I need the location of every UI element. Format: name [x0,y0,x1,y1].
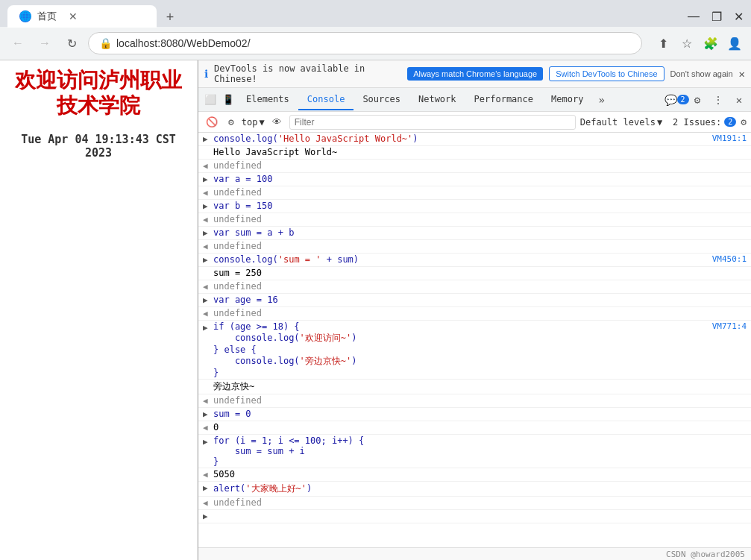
console-row: Hello JavaScript World~ [198,146,751,160]
expand-arrow-icon[interactable]: ▶ [203,255,208,265]
info-icon: ℹ [204,68,208,80]
console-row: ◀ undefined [198,280,751,294]
console-row: ▶ if (age >= 18) { VM771:4 console.log('… [198,321,751,380]
refresh-button[interactable]: ↻ [61,33,82,54]
console-input-code: } [213,456,219,467]
tab-network[interactable]: Network [409,89,465,110]
context-label: top [242,117,258,128]
levels-label: Default levels [580,117,656,128]
console-row: ▶ var b = 150 [198,200,751,213]
console-row: 旁边京快~ [198,380,751,394]
expand-arrow-icon[interactable]: ▶ [203,409,208,419]
console-input-code: } else { [213,345,257,355]
expand-arrow-icon[interactable]: ▶ [203,174,208,184]
console-input-code: console.log('Hello JavaScript World~') [213,133,712,144]
window-controls: — ❐ ✕ [688,10,744,24]
minimize-button[interactable]: — [688,10,700,23]
undefined-result: undefined [213,497,747,508]
profile-icon[interactable]: 👤 [726,34,744,52]
match-language-button[interactable]: Always match Chrome's language [407,67,543,81]
messages-icon[interactable]: 💬 2 [667,91,685,109]
eye-icon[interactable]: 👁 [269,115,285,129]
clear-console-icon[interactable]: 🚫 [203,115,221,129]
dont-show-again-button[interactable]: Don't show again [670,69,733,78]
notification-text: DevTools is now available in Chinese! [214,63,401,84]
notification-close-icon[interactable]: ✕ [739,68,745,80]
console-row: ◀ undefined [198,186,751,200]
more-tabs-button[interactable]: » [592,91,610,109]
tab-sources[interactable]: Sources [353,89,409,110]
inspect-element-icon[interactable]: ⬜ [201,91,219,109]
console-row: ▶ var a = 100 [198,173,751,186]
expand-arrow-icon[interactable]: ▶ [203,201,208,211]
context-dropdown-icon: ▼ [260,117,265,128]
console-row: ▶ var age = 16 [198,294,751,307]
vm-link[interactable]: VM771:4 [712,321,747,332]
console-prompt-input[interactable] [213,511,747,521]
address-input[interactable]: 🔒 localhost:8080/WebDemo02/ [88,32,642,54]
title-bar: 🌐 首页 ✕ + — ❐ ✕ [0,0,751,27]
bookmark-icon[interactable]: ☆ [678,34,696,52]
console-filter-input[interactable] [289,115,576,130]
active-tab[interactable]: 🌐 首页 ✕ [7,5,157,28]
prompt-arrow-icon: ▶ [203,512,208,521]
issues-settings-icon[interactable]: ⚙ [741,116,747,128]
console-row: ▶ var sum = a + b [198,227,751,240]
result-arrow-icon: ◀ [203,396,208,406]
vm-link[interactable]: VM191:1 [712,133,747,143]
address-icons: ⬆ ☆ 🧩 👤 [654,34,744,52]
expand-arrow-icon[interactable]: ▶ [203,483,208,493]
devtools-tabs: ⬜ 📱 Elements Console Sources Network Per… [198,88,751,112]
forward-button[interactable]: → [34,33,55,54]
console-settings-icon[interactable]: ⚙ [225,115,237,129]
tab-elements[interactable]: Elements [237,89,298,110]
devtools-tab-icons: 💬 2 ⚙ ⋮ ✕ [667,91,748,109]
switch-chinese-button[interactable]: Switch DevTools to Chinese [549,66,664,81]
console-row: ▶ alert('大家晚上好~') [198,482,751,497]
tab-close-button[interactable]: ✕ [69,10,78,22]
result-arrow-icon: ◀ [203,423,208,432]
tab-memory[interactable]: Memory [542,89,592,110]
vm-link[interactable]: VM450:1 [712,254,747,264]
tab-performance[interactable]: Performance [465,89,542,110]
browser-chrome: 🌐 首页 ✕ + — ❐ ✕ ← → ↻ 🔒 localhost:8080/We… [0,0,751,60]
console-output[interactable]: ▶ console.log('Hello JavaScript World~')… [198,133,751,547]
result-arrow-icon: ◀ [203,282,208,292]
console-row: ▶ console.log('Hello JavaScript World~')… [198,133,751,146]
context-selector[interactable]: top ▼ [242,117,265,128]
expand-arrow-icon[interactable]: ▶ [203,134,208,144]
console-row: sum = 250 [198,267,751,280]
address-bar-row: ← → ↻ 🔒 localhost:8080/WebDemo02/ ⬆ ☆ 🧩 … [0,27,751,60]
console-output-text: Hello JavaScript World~ [213,147,747,157]
page-heading: 欢迎访问泸州职业技术学院 [11,68,186,118]
result-arrow-icon: ◀ [203,215,208,224]
settings-icon[interactable]: ⚙ [688,91,706,109]
expand-arrow-icon[interactable]: ▶ [203,437,208,447]
undefined-result: undefined [213,395,747,406]
extensions-icon[interactable]: 🧩 [702,34,720,52]
messages-badge: 2 [677,95,689,104]
issues-button[interactable]: 2 Issues: 2 [673,117,736,128]
console-row: ◀ 5050 [198,468,751,482]
default-levels-dropdown[interactable]: Default levels ▼ [580,117,662,128]
console-row: ◀ undefined [198,160,751,173]
console-input-code: var age = 16 [213,295,747,305]
tab-console[interactable]: Console [298,89,354,110]
console-prompt-row[interactable]: ▶ [198,510,751,523]
close-button[interactable]: ✕ [734,10,744,24]
expand-arrow-icon[interactable]: ▶ [203,323,208,333]
maximize-button[interactable]: ❐ [711,10,722,24]
console-output-text: sum = 250 [213,268,747,278]
device-toolbar-icon[interactable]: 📱 [219,91,237,109]
result-arrow-icon: ◀ [203,309,208,318]
expand-arrow-icon[interactable]: ▶ [203,295,208,305]
new-tab-button[interactable]: + [160,7,180,28]
back-button[interactable]: ← [7,33,28,54]
console-input-code: if (age >= 18) { [213,321,712,332]
result-arrow-icon: ◀ [203,188,208,198]
more-options-icon[interactable]: ⋮ [709,91,727,109]
share-icon[interactable]: ⬆ [654,34,672,52]
expand-arrow-icon[interactable]: ▶ [203,228,208,238]
close-devtools-icon[interactable]: ✕ [730,91,748,109]
undefined-result: undefined [213,281,747,292]
